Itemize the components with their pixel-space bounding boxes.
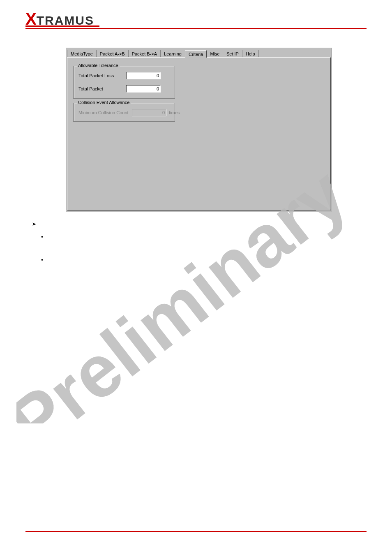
bottom-divider [25, 531, 367, 532]
tab-setip[interactable]: Set IP [223, 50, 242, 57]
bullet-dot-icon: • [41, 234, 43, 240]
total-packet-loss-label: Total Packet Loss [78, 73, 126, 78]
tab-criteria[interactable]: Criteria [185, 50, 207, 58]
tab-packet-ab[interactable]: Packet A->B [96, 50, 129, 57]
min-collision-unit: times [169, 110, 180, 115]
tab-misc[interactable]: Misc [206, 50, 223, 57]
tab-packet-ba[interactable]: Packet B->A [128, 50, 161, 57]
bullet-dot-icon: • [41, 257, 43, 263]
tab-help[interactable]: Help [242, 50, 259, 57]
criteria-panel: MediaType Packet A->B Packet B->A Learni… [66, 48, 332, 212]
total-packet-label: Total Packet [78, 86, 126, 91]
min-collision-label: Minimum Collision Count [78, 110, 132, 115]
top-divider [25, 28, 367, 29]
collision-allowance-group: Collision Event Allowance Minimum Collis… [73, 103, 175, 122]
min-collision-input [132, 109, 166, 116]
total-packet-input[interactable] [126, 85, 161, 92]
collision-legend: Collision Event Allowance [77, 100, 131, 105]
tab-learning[interactable]: Learning [160, 50, 185, 57]
tab-bar: MediaType Packet A->B Packet B->A Learni… [66, 48, 332, 57]
allowable-legend: Allowable Tolerance [77, 63, 120, 68]
tab-mediatype[interactable]: MediaType [67, 50, 97, 57]
total-packet-loss-input[interactable] [126, 72, 161, 79]
brand-underline [25, 25, 99, 27]
tab-content: Allowable Tolerance Total Packet Loss To… [67, 57, 331, 211]
allowable-tolerance-group: Allowable Tolerance Total Packet Loss To… [73, 66, 175, 99]
bullet-arrow-icon: ➤ [32, 221, 36, 227]
